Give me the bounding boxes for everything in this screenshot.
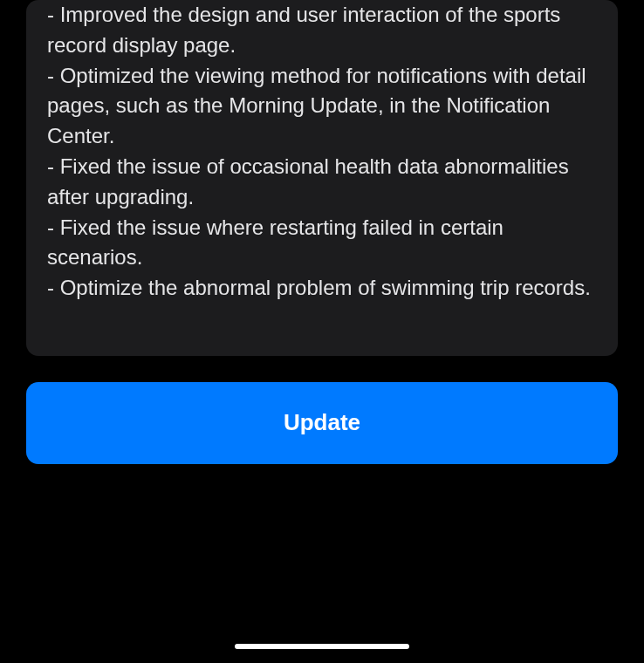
changelog-item: - Fixed the issue of occasional health d… [47,152,597,213]
changelog-item: - Optimized the viewing method for notif… [47,61,597,152]
update-button-label: Update [284,409,360,436]
release-notes-card: - Improved the design and user interacti… [26,0,618,356]
home-indicator[interactable] [235,644,409,649]
changelog-item: - Fixed the issue where restarting faile… [47,213,597,274]
changelog-item: - Improved the design and user interacti… [47,0,597,61]
update-button[interactable]: Update [26,382,618,464]
changelog-list: - Improved the design and user interacti… [47,0,597,304]
changelog-item: - Optimize the abnormal problem of swimm… [47,273,597,304]
